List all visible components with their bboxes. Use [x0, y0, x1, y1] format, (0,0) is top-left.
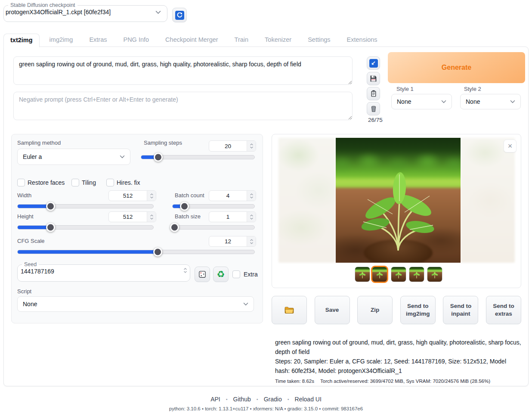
- floppy-disk-icon: [370, 75, 377, 82]
- spinner-arrows[interactable]: [247, 236, 256, 246]
- seed-field-frame: Seed 1441787169: [17, 261, 190, 282]
- save-style-button[interactable]: [367, 72, 380, 85]
- checkpoint-dropdown[interactable]: protogenX34OfficialR_1.ckpt [60fe2f34]: [4, 8, 167, 18]
- batch-count-slider[interactable]: [172, 204, 255, 208]
- width-value: 512: [109, 191, 147, 201]
- zip-button[interactable]: Zip: [357, 296, 393, 324]
- tab-img2img[interactable]: img2img: [43, 34, 80, 47]
- gallery-thumbnail-1[interactable]: [355, 267, 370, 282]
- spinner-arrows[interactable]: [247, 212, 256, 222]
- reuse-seed-button[interactable]: ♻: [213, 267, 229, 282]
- thumbnail-sapling-art: [359, 272, 366, 279]
- tab-tokenizer[interactable]: Tokenizer: [258, 34, 298, 47]
- sampling-steps-input[interactable]: 20: [209, 140, 256, 152]
- separator-dot: •: [226, 397, 228, 402]
- slider-thumb[interactable]: [153, 248, 162, 257]
- spinner-arrows[interactable]: [247, 191, 256, 201]
- separator-dot: •: [257, 397, 258, 402]
- style2-dropdown[interactable]: None: [460, 94, 521, 109]
- preview-art-sapling: [362, 171, 435, 251]
- send-to-extras-button[interactable]: Send to extras: [486, 296, 521, 324]
- slider-thumb[interactable]: [170, 223, 179, 232]
- send-to-img2img-button[interactable]: Send to img2img: [400, 296, 436, 324]
- negative-prompt-input[interactable]: [13, 92, 353, 120]
- tab-txt2img[interactable]: txt2img: [3, 34, 40, 47]
- extra-seed-label: Extra: [244, 271, 258, 278]
- script-dropdown[interactable]: None: [17, 296, 254, 312]
- width-input[interactable]: 512: [108, 190, 156, 201]
- spinner-arrows[interactable]: [147, 191, 156, 201]
- height-value: 512: [109, 212, 147, 222]
- gallery-thumbnail-5[interactable]: [427, 267, 442, 282]
- close-gallery-icon[interactable]: ×: [504, 140, 517, 152]
- tab-png-info[interactable]: PNG Info: [117, 34, 155, 47]
- gradio-link[interactable]: Gradio: [264, 396, 282, 403]
- seed-input[interactable]: 1441787169: [18, 267, 190, 277]
- save-button[interactable]: Save: [315, 296, 350, 324]
- style1-dropdown[interactable]: None: [391, 94, 452, 109]
- cfg-scale-input[interactable]: 12: [209, 236, 256, 247]
- cfg-scale-slider[interactable]: [17, 250, 255, 254]
- generation-settings-panel: Sampling method Euler a Sampling steps 2…: [11, 134, 263, 323]
- slider-fill: [18, 250, 158, 254]
- tiling-checkbox[interactable]: [71, 179, 79, 186]
- github-link[interactable]: Github: [233, 396, 251, 403]
- generate-button[interactable]: Generate: [388, 52, 525, 83]
- batch-size-value: 1: [209, 212, 247, 222]
- width-slider[interactable]: [17, 204, 154, 208]
- batch-count-input[interactable]: 4: [209, 190, 256, 201]
- checkpoint-value: protogenX34OfficialR_1.ckpt [60fe2f34]: [6, 9, 111, 16]
- api-link[interactable]: API: [210, 396, 220, 403]
- batch-size-input[interactable]: 1: [209, 211, 256, 222]
- chevron-down-icon: [120, 155, 125, 158]
- info-params-text: Steps: 20, Sampler: Euler a, CFG scale: …: [275, 357, 521, 376]
- clear-prompt-button[interactable]: [367, 102, 380, 115]
- gallery-thumbnail-2-selected[interactable]: [371, 266, 388, 283]
- prompt-input[interactable]: green sapling rowing out of ground, mud,…: [13, 56, 353, 85]
- tab-extras[interactable]: Extras: [83, 34, 113, 47]
- seed-label: Seed: [22, 261, 39, 267]
- restore-faces-checkbox[interactable]: [17, 179, 25, 186]
- tab-train[interactable]: Train: [228, 34, 255, 47]
- generation-info: green sapling rowing out of ground, mud,…: [275, 338, 521, 384]
- slider-thumb[interactable]: [46, 223, 55, 232]
- sampling-steps-value: 20: [209, 141, 247, 151]
- height-input[interactable]: 512: [108, 211, 156, 222]
- folder-icon: [285, 306, 294, 314]
- style1-value: None: [397, 98, 411, 105]
- generated-image-preview[interactable]: [336, 138, 461, 263]
- info-prompt-text: green sapling rowing out of ground, mud,…: [275, 338, 521, 357]
- tab-settings[interactable]: Settings: [301, 34, 337, 47]
- style1-label: Style 1: [396, 86, 414, 92]
- slider-thumb[interactable]: [180, 202, 189, 211]
- height-slider[interactable]: [17, 225, 154, 230]
- slider-thumb[interactable]: [46, 202, 55, 211]
- spinner-arrows[interactable]: [183, 267, 187, 275]
- spinner-arrows[interactable]: [247, 141, 256, 151]
- chevron-down-icon: [243, 302, 248, 306]
- gallery-thumbnail-4[interactable]: [409, 267, 424, 282]
- slider-fill: [18, 205, 50, 208]
- gallery-adjacent-image-left[interactable]: [278, 138, 336, 263]
- reload-ui-link[interactable]: Reload UI: [295, 396, 322, 403]
- extra-seed-checkbox[interactable]: [232, 270, 240, 278]
- slider-thumb[interactable]: [154, 153, 163, 162]
- hires-fix-checkbox[interactable]: [106, 179, 114, 186]
- random-seed-button[interactable]: [195, 267, 210, 282]
- sampling-steps-slider[interactable]: [141, 155, 255, 159]
- sampling-method-dropdown[interactable]: Euler a: [17, 149, 130, 165]
- spinner-arrows[interactable]: [147, 212, 156, 222]
- send-to-inpaint-button[interactable]: Send to inpaint: [443, 296, 478, 324]
- gallery-adjacent-image-right[interactable]: [461, 138, 515, 263]
- batch-count-value: 4: [209, 191, 247, 201]
- refresh-checkpoints-button[interactable]: [172, 8, 187, 22]
- open-folder-button[interactable]: [272, 296, 307, 324]
- paste-params-button[interactable]: ↙: [367, 56, 380, 70]
- tab-extensions[interactable]: Extensions: [340, 34, 384, 47]
- tab-checkpoint-merger[interactable]: Checkpoint Merger: [159, 34, 225, 47]
- gallery-thumbnail-3[interactable]: [391, 267, 406, 282]
- apply-style-button[interactable]: [367, 87, 380, 100]
- chevron-down-icon: [441, 100, 446, 103]
- clipboard-icon: [370, 90, 377, 97]
- batch-size-slider[interactable]: [172, 225, 255, 230]
